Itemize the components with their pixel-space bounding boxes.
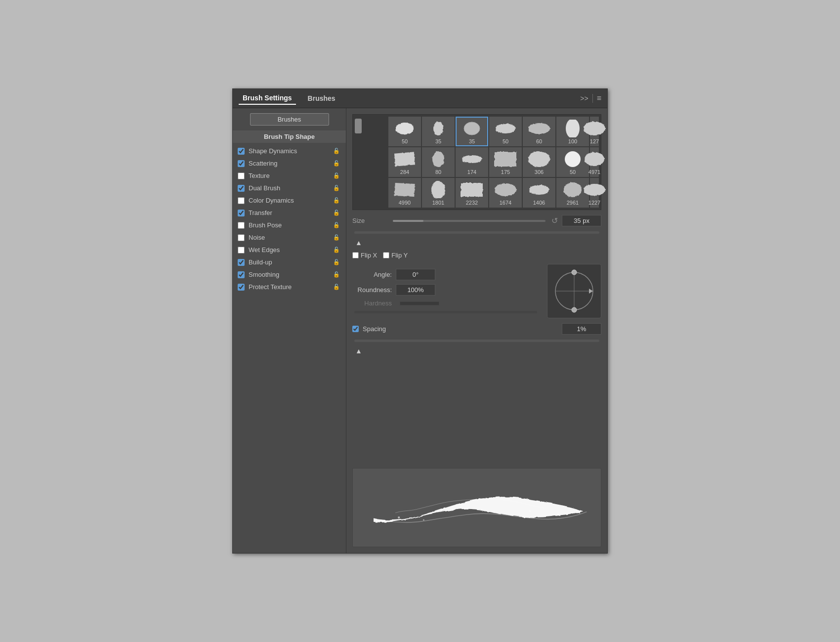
size-full-slider[interactable] [354,231,599,234]
label-color-dynamics: Color Dynamics [249,197,294,204]
flip-y-label: Flip Y [391,252,408,259]
checkbox-noise[interactable] [238,234,245,241]
label-texture: Texture [249,172,270,179]
sidebar-item-color-dynamics[interactable]: Color Dynamics🔓 [233,194,346,207]
spacing-slider[interactable] [354,340,599,342]
label-protect-texture: Protect Texture [249,283,292,291]
panel-header: Brush Settings Brushes >> ≡ [233,89,607,108]
angle-row: Angle: [352,269,539,280]
brush-cell-9[interactable]: 174 [456,147,488,177]
sidebar-item-dual-brush[interactable]: Dual Brush🔓 [233,182,346,194]
checkbox-texture[interactable] [238,172,245,179]
svg-rect-7 [394,152,415,166]
label-transfer: Transfer [249,209,272,216]
svg-rect-16 [461,183,483,197]
checkbox-color-dynamics[interactable] [238,197,245,204]
checkbox-scattering[interactable] [238,160,245,167]
svg-point-9 [462,155,482,163]
sidebar-item-shape-dynamics[interactable]: Shape Dynamics🔓 [233,145,346,157]
brush-number-2: 35 [469,138,475,144]
reset-icon[interactable]: ↺ [551,216,558,225]
sidebar-item-transfer[interactable]: Transfer🔓 [233,207,346,219]
brush-cell-2[interactable]: 35 [456,117,488,146]
brush-number-14: 4990 [399,200,411,206]
svg-point-15 [431,181,445,199]
circle-diagram[interactable] [547,264,601,318]
brush-cell-6[interactable]: 127 [590,117,599,146]
brush-preview-19 [560,181,585,199]
menu-icon[interactable]: ≡ [597,94,601,103]
tab-brushes[interactable]: Brushes [304,92,339,104]
sidebar-item-scattering[interactable]: Scattering🔓 [233,157,346,170]
brush-cell-17[interactable]: 1674 [489,178,522,208]
brush-grid-scrollbar[interactable] [355,119,362,133]
brush-preview-17 [493,181,518,199]
brush-number-15: 1801 [432,200,444,206]
checkbox-dual-brush[interactable] [238,185,245,192]
sidebar-item-noise[interactable]: Noise🔓 [233,231,346,244]
svg-point-17 [495,183,516,196]
brush-cell-4[interactable]: 60 [523,117,555,146]
brush-cell-0[interactable]: 50 [388,117,421,146]
brush-number-11: 306 [535,169,544,175]
label-shape-dynamics: Shape Dynamics [249,147,297,155]
brush-cell-13[interactable]: 4971 [590,147,599,177]
sidebar-item-protect-texture[interactable]: Protect Texture🔓 [233,281,346,293]
brush-cell-15[interactable]: 1801 [422,178,455,208]
spacing-label: Spacing [363,325,558,333]
flip-x-checkbox-label: Flip X [352,252,377,259]
brush-preview-12 [560,150,585,168]
brush-cell-20[interactable]: 1227 [590,178,599,208]
brushes-button[interactable]: Brushes [250,113,329,126]
brush-tip-shape-header[interactable]: Brush Tip Shape [233,130,346,143]
brush-cell-3[interactable]: 50 [489,117,522,146]
lock-icon-11: 🔓 [333,284,340,290]
sidebar-item-brush-pose[interactable]: Brush Pose🔓 [233,219,346,231]
svg-point-6 [584,122,605,135]
flip-y-checkbox[interactable] [383,252,389,258]
checkbox-build-up[interactable] [238,259,245,266]
svg-rect-14 [394,183,415,197]
size-value[interactable]: 35 px [562,215,601,226]
spacing-value[interactable]: 1% [562,323,601,335]
brush-cell-16[interactable]: 2232 [456,178,488,208]
flip-x-checkbox[interactable] [352,252,359,258]
forward-icon[interactable]: >> [580,94,588,102]
sidebar-item-build-up[interactable]: Build-up🔓 [233,256,346,268]
sidebar-items: Shape Dynamics🔓Scattering🔓Texture🔓Dual B… [233,145,346,293]
lock-icon-0: 🔓 [333,148,340,154]
brush-preview-3 [493,120,518,137]
checkbox-protect-texture[interactable] [238,284,245,291]
size-slider-track[interactable] [393,220,546,222]
angle-input[interactable] [396,269,435,280]
sidebar-item-smoothing[interactable]: Smoothing🔓 [233,268,346,281]
checkbox-transfer[interactable] [238,210,245,216]
lock-icon-3: 🔓 [333,185,340,191]
sidebar-item-texture[interactable]: Texture🔓 [233,170,346,182]
tab-brush-settings[interactable]: Brush Settings [239,92,296,105]
brush-cell-14[interactable]: 4990 [388,178,421,208]
brush-preview-6 [582,120,607,137]
brush-cell-1[interactable]: 35 [422,117,455,146]
checkbox-shape-dynamics[interactable] [238,148,245,155]
lock-icon-2: 🔓 [333,172,340,179]
brush-cell-11[interactable]: 306 [523,147,555,177]
sidebar-item-wet-edges[interactable]: Wet Edges🔓 [233,244,346,256]
checkbox-wet-edges[interactable] [238,247,245,254]
checkbox-smoothing[interactable] [238,271,245,278]
size-slider-thumb: ▲ [352,239,601,247]
spacing-checkbox[interactable] [352,326,359,332]
brush-preview-8 [426,150,451,168]
roundness-input[interactable] [396,284,435,296]
label-noise: Noise [249,234,265,241]
brush-cell-8[interactable]: 80 [422,147,455,177]
brush-preview-20 [582,181,607,199]
brush-number-5: 100 [568,138,577,144]
brush-cell-10[interactable]: 175 [489,147,522,177]
brush-cell-18[interactable]: 1406 [523,178,555,208]
svg-point-2 [464,122,480,135]
checkbox-brush-pose[interactable] [238,222,245,229]
brush-cell-7[interactable]: 284 [388,147,421,177]
label-scattering: Scattering [249,160,278,167]
hardness-slider[interactable] [354,311,537,313]
